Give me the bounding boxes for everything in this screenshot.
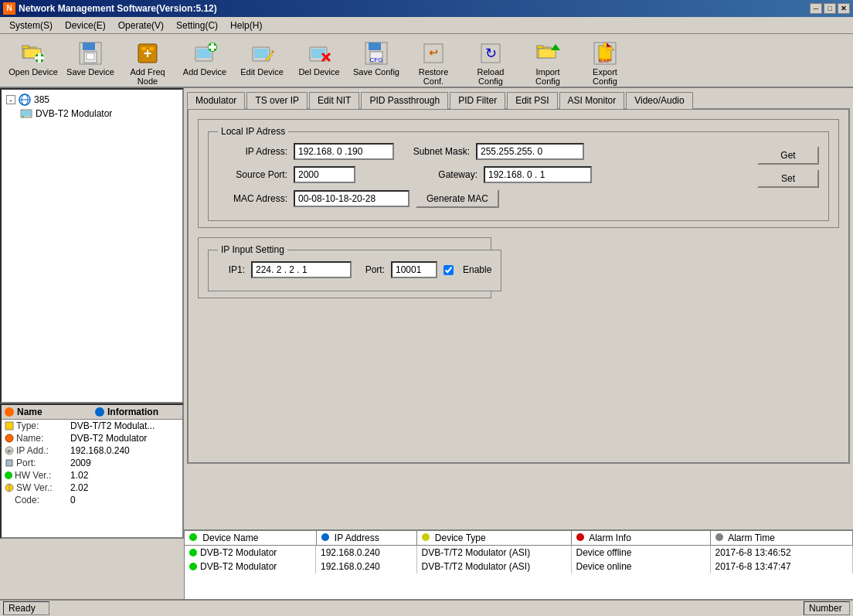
tab-asi-monitor[interactable]: ASI Monitor bbox=[559, 92, 625, 109]
info-port-key: Port: bbox=[5, 458, 70, 468]
subnet-mask-label: Subnet Mask: bbox=[400, 146, 470, 157]
ip-address-input[interactable] bbox=[294, 143, 394, 160]
del-device-button[interactable]: Del Device bbox=[292, 37, 346, 83]
tab-modulator[interactable]: Modulator bbox=[187, 92, 245, 109]
generate-mac-button[interactable]: Generate MAC bbox=[416, 189, 499, 208]
info-type-key: Type: bbox=[5, 420, 70, 431]
save-device-icon bbox=[78, 41, 103, 66]
add-freq-node-icon: + bbox=[135, 41, 160, 66]
subnet-mask-input[interactable] bbox=[476, 143, 584, 160]
port-input[interactable] bbox=[391, 261, 437, 278]
set-button[interactable]: Set bbox=[757, 169, 819, 188]
alarm-info-0: Device offline bbox=[571, 546, 710, 560]
edit-device-icon bbox=[250, 41, 274, 66]
info-icon bbox=[95, 407, 104, 417]
source-port-input[interactable] bbox=[294, 166, 355, 183]
reload-config-icon: ↻ bbox=[478, 41, 503, 66]
alarm-time-0: 2017-6-8 13:46:52 bbox=[710, 546, 853, 560]
source-port-label: Source Port: bbox=[218, 169, 287, 180]
close-button[interactable]: ✕ bbox=[838, 3, 850, 14]
alarm-device-name-1: DVB-T2 Modulator bbox=[185, 560, 316, 573]
edit-device-button[interactable]: Edit Device bbox=[235, 37, 289, 83]
reload-config-button[interactable]: ↻ Reload Config bbox=[464, 37, 518, 83]
tree-expand-385[interactable]: - bbox=[6, 95, 15, 104]
menu-device[interactable]: Device(E) bbox=[59, 19, 112, 32]
tab-pid-passthrough[interactable]: PID Passthrough bbox=[361, 92, 448, 109]
svg-marker-36 bbox=[551, 44, 560, 50]
svg-text:EXP: EXP bbox=[599, 57, 611, 64]
info-header: Name Information bbox=[2, 405, 182, 420]
gateway-input[interactable] bbox=[484, 166, 592, 183]
info-swver-val: 2.02 bbox=[70, 482, 179, 493]
info-name-key: Name: bbox=[5, 433, 70, 444]
tree-label-dvb: DVB-T2 Modulator bbox=[36, 108, 112, 119]
open-device-button[interactable]: Open Device bbox=[6, 37, 60, 83]
tab-video-audio[interactable]: Video/Audio bbox=[626, 92, 693, 109]
alarm-col-alarm-time: Alarm Time bbox=[710, 531, 853, 546]
import-config-label: Import Config bbox=[523, 67, 573, 86]
alarm-type-1: DVB-T/T2 Modulator (ASI) bbox=[416, 560, 571, 573]
app-title: Network Management Software(Version:5.12… bbox=[19, 3, 217, 14]
mac-address-label: MAC Adress: bbox=[218, 193, 287, 204]
ip-address-label: IP Adress: bbox=[218, 146, 287, 157]
save-config-button[interactable]: CFG Save Config bbox=[349, 37, 403, 83]
get-button[interactable]: Get bbox=[757, 146, 819, 165]
info-type-val: DVB-T/T2 Modulat... bbox=[70, 420, 179, 431]
svg-rect-48 bbox=[5, 422, 13, 430]
tab-edit-nit[interactable]: Edit NIT bbox=[309, 92, 359, 109]
svg-rect-13 bbox=[149, 47, 154, 50]
mac-address-row: MAC Adress: Generate MAC bbox=[218, 189, 743, 208]
export-config-label: Export Config bbox=[580, 67, 630, 86]
add-device-icon bbox=[192, 41, 217, 66]
save-device-label: Save Device bbox=[66, 67, 114, 77]
info-hwver-val: 1.02 bbox=[70, 470, 179, 481]
svg-rect-12 bbox=[141, 47, 146, 50]
del-device-icon bbox=[307, 41, 331, 66]
open-device-icon bbox=[21, 41, 46, 66]
maximize-button[interactable]: □ bbox=[824, 3, 836, 14]
save-device-button[interactable]: Save Device bbox=[63, 37, 117, 83]
device-tree: - 385 DVB-T2 Modulator bbox=[0, 88, 184, 403]
menu-setting[interactable]: Setting(C) bbox=[170, 19, 224, 32]
alarm-ip-0: 192.168.0.240 bbox=[316, 546, 416, 560]
svg-rect-15 bbox=[197, 49, 211, 58]
info-row-code: Code: 0 bbox=[2, 494, 182, 506]
export-config-icon: EXP bbox=[593, 41, 617, 66]
minimize-button[interactable]: ─ bbox=[810, 3, 822, 14]
restore-conf-button[interactable]: ↩ Restore Conf. bbox=[406, 37, 460, 83]
svg-rect-1 bbox=[22, 46, 29, 49]
import-config-icon bbox=[535, 41, 560, 66]
info-row-type: Type: DVB-T/T2 Modulat... bbox=[2, 420, 182, 432]
menu-bar: System(S) Device(E) Operate(V) Setting(C… bbox=[0, 17, 853, 34]
toolbar: Open Device Save Device + Add Freq Node bbox=[0, 34, 853, 88]
mac-address-input[interactable] bbox=[294, 190, 410, 207]
info-hwver-key: HW Ver.: bbox=[5, 470, 70, 481]
svg-rect-52 bbox=[6, 460, 12, 466]
restore-conf-label: Restore Conf. bbox=[409, 67, 458, 86]
alarm-info-1: Device online bbox=[571, 560, 710, 573]
info-ip-val: 192.168.0.240 bbox=[70, 445, 179, 456]
info-row-name: Name: DVB-T2 Modulator bbox=[2, 432, 182, 444]
alarm-row-0: DVB-T2 Modulator 192.168.0.240 DVB-T/T2 … bbox=[185, 546, 853, 560]
source-port-row: Source Port: Gateway: bbox=[218, 166, 743, 183]
add-freq-node-button[interactable]: + Add Freq Node bbox=[121, 37, 175, 83]
restore-conf-icon: ↩ bbox=[421, 41, 446, 66]
menu-system[interactable]: System(S) bbox=[3, 19, 59, 32]
menu-help[interactable]: Help(H) bbox=[224, 19, 268, 32]
content-area: Modulator TS over IP Edit NIT PID Passth… bbox=[184, 88, 853, 539]
alarm-col-device-name: Device Name bbox=[185, 531, 316, 546]
tree-item-385[interactable]: - 385 bbox=[5, 93, 179, 107]
enable-checkbox[interactable] bbox=[443, 265, 454, 275]
status-ready: Ready bbox=[3, 601, 49, 615]
tree-item-dvb-t2[interactable]: DVB-T2 Modulator bbox=[5, 107, 179, 121]
menu-operate[interactable]: Operate(V) bbox=[112, 19, 170, 32]
tab-ts-over-ip[interactable]: TS over IP bbox=[246, 92, 308, 109]
add-device-button[interactable]: Add Device bbox=[178, 37, 232, 83]
export-config-button[interactable]: EXP Export Config bbox=[578, 37, 632, 83]
tab-pid-filter[interactable]: PID Filter bbox=[450, 92, 505, 109]
import-config-button[interactable]: Import Config bbox=[521, 37, 575, 83]
ip1-input[interactable] bbox=[251, 261, 352, 278]
tab-edit-psi[interactable]: Edit PSI bbox=[507, 92, 557, 109]
svg-rect-18 bbox=[209, 46, 216, 49]
svg-text:IP: IP bbox=[7, 449, 12, 454]
